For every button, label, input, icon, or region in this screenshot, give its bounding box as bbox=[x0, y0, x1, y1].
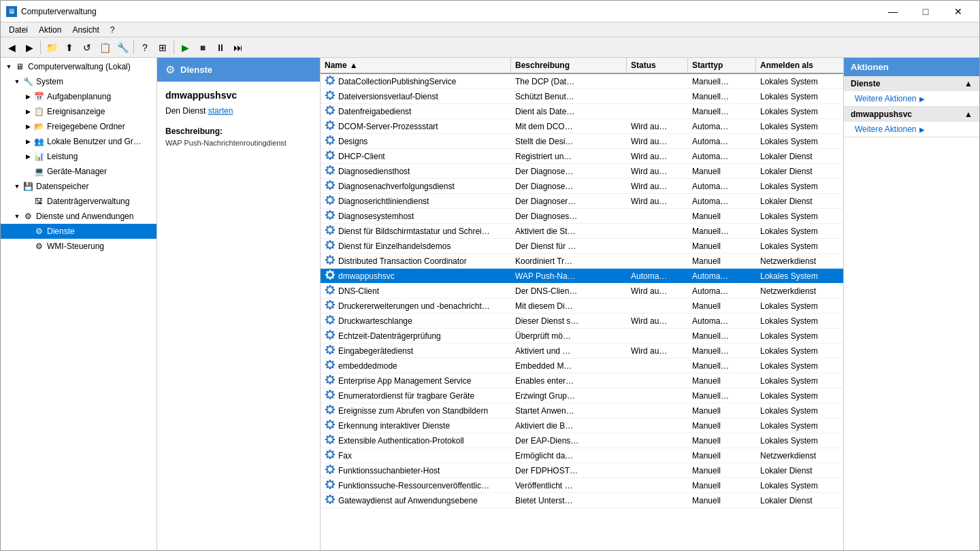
expand-root[interactable]: ▼ bbox=[3, 61, 14, 72]
separator-3 bbox=[174, 41, 174, 54]
sidebar-item-aufgabenplanung[interactable]: ▶ 📅 Aufgabenplanung bbox=[1, 89, 157, 104]
table-row[interactable]: Ereignisse zum Abrufen von StandbildernS… bbox=[321, 403, 843, 418]
sidebar-item-freigegebene-ordner[interactable]: ▶ 📂 Freigegebene Ordner bbox=[1, 119, 157, 134]
back-button[interactable]: ◀ bbox=[3, 39, 20, 56]
table-row[interactable]: DataCollectionPublishingServiceThe DCP (… bbox=[321, 74, 843, 89]
forward-button[interactable]: ▶ bbox=[21, 39, 37, 56]
service-row-status bbox=[627, 499, 688, 502]
minimize-button[interactable]: — bbox=[877, 3, 909, 20]
svg-rect-183 bbox=[333, 349, 335, 350]
properties-button[interactable]: 🔧 bbox=[114, 39, 131, 56]
table-row[interactable]: Enumeratordienst für tragbare GeräteErzw… bbox=[321, 388, 843, 403]
help-button[interactable]: ? bbox=[137, 39, 153, 56]
table-row[interactable]: Echtzeit-DatenträgerprüfungÜberprüft mö…… bbox=[321, 329, 843, 344]
table-row[interactable]: DatenfreigabedienstDient als Date…Manuel… bbox=[321, 104, 843, 119]
menu-aktion[interactable]: Aktion bbox=[33, 24, 67, 36]
table-row[interactable]: DiagnosenachverfolgungsdienstDer Diagnos… bbox=[321, 179, 843, 194]
export-button[interactable]: 📋 bbox=[97, 39, 113, 56]
service-row-desc: Dient als Date… bbox=[511, 105, 627, 118]
service-start-link[interactable]: starten bbox=[208, 106, 233, 116]
sidebar-item-datenspeicher[interactable]: ▼ 💾 Datenspeicher bbox=[1, 179, 157, 194]
expand-erei[interactable]: ▶ bbox=[22, 106, 33, 117]
show-hide-button[interactable]: 📁 bbox=[44, 39, 60, 56]
table-row[interactable]: EingabegerätedienstAktiviert und …Wird a… bbox=[321, 344, 843, 358]
sidebar-item-leistung[interactable]: ▶ 📊 Leistung bbox=[1, 149, 157, 164]
table-row[interactable]: Funktionssuche-Ressourcenveröffentlic…Ve… bbox=[321, 478, 843, 493]
expand-lei[interactable]: ▶ bbox=[22, 151, 33, 162]
expand-dav[interactable]: ▼ bbox=[12, 211, 22, 222]
table-row[interactable]: Dienst für EinzelhandelsdemosDer Dienst … bbox=[321, 239, 843, 254]
table-row[interactable]: Erkennung interaktiver DiensteAktiviert … bbox=[321, 418, 843, 433]
table-row[interactable]: Druckererweiterungen und -benachricht…Mi… bbox=[321, 299, 843, 314]
table-row[interactable]: dmwappushsvcWAP Push-Na…Automa…Automa…Lo… bbox=[321, 269, 843, 284]
sidebar-item-wmi-steuerung[interactable]: ⚙ WMI-Steuerung bbox=[1, 239, 157, 254]
menu-ansicht[interactable]: Ansicht bbox=[67, 24, 104, 36]
sidebar-item-system[interactable]: ▼ 🔧 System bbox=[1, 74, 157, 89]
actions-section-dmwappushsvc-header[interactable]: dmwappushsvc ▲ bbox=[844, 107, 979, 122]
table-row[interactable]: DNS-ClientDer DNS-Clien…Wird au…Automa…N… bbox=[321, 284, 843, 299]
actions-section-dienste-header[interactable]: Dienste ▲ bbox=[844, 76, 979, 91]
close-button[interactable]: ✕ bbox=[943, 3, 974, 20]
up-button[interactable]: ⬆ bbox=[61, 39, 78, 56]
sidebar-dat-label: Datenspeicher bbox=[36, 182, 88, 191]
maximize-button[interactable]: □ bbox=[910, 3, 941, 20]
header-logon[interactable]: Anmelden als bbox=[756, 58, 843, 73]
svg-rect-263 bbox=[333, 469, 335, 470]
service-row-desc: Mit diesem Di… bbox=[511, 300, 627, 312]
header-name[interactable]: Name ▲ bbox=[321, 58, 511, 73]
expand-aufg[interactable]: ▶ bbox=[22, 91, 33, 102]
folder-icon: 📂 bbox=[33, 121, 44, 132]
table-row[interactable]: Gatewaydienst auf AnwendungsebeneBietet … bbox=[321, 493, 843, 508]
actions-item-weitere-aktionen-2[interactable]: Weitere Aktionen ▶ bbox=[844, 122, 979, 137]
table-row[interactable]: Extensible Authentication-ProtokollDer E… bbox=[321, 433, 843, 448]
table-row[interactable]: FaxErmöglicht da…ManuellNetzwerkdienst bbox=[321, 448, 843, 463]
service-row-name-text: Funktionssuche-Ressourcenveröffentlic… bbox=[338, 481, 489, 490]
stop-button[interactable]: ■ bbox=[195, 39, 211, 56]
expand-wmi[interactable] bbox=[22, 241, 33, 252]
menu-help[interactable]: ? bbox=[105, 24, 120, 36]
expand-dienste[interactable] bbox=[22, 226, 33, 237]
table-row[interactable]: DiagnosediensthostDer Diagnose…Wird au…M… bbox=[321, 164, 843, 179]
table-row[interactable]: Enterprise App Management ServiceEnables… bbox=[321, 373, 843, 388]
header-startup[interactable]: Starttyp bbox=[688, 58, 756, 73]
expand-ger[interactable] bbox=[22, 166, 33, 177]
service-row-logon: Lokales System bbox=[756, 390, 843, 402]
expand-dtv[interactable] bbox=[22, 196, 33, 207]
step-button[interactable]: ⏭ bbox=[230, 39, 246, 56]
menu-datei[interactable]: Datei bbox=[3, 24, 33, 36]
play-button[interactable]: ▶ bbox=[177, 39, 193, 56]
actions-item-weitere-aktionen-1[interactable]: Weitere Aktionen ▶ bbox=[844, 91, 979, 106]
service-row-startup: Automa… bbox=[688, 270, 756, 282]
sidebar-item-dienste[interactable]: ⚙ Dienste bbox=[1, 224, 157, 239]
pause-button[interactable]: ⏸ bbox=[212, 39, 229, 56]
table-row[interactable]: DCOM-Server-ProzessstartMit dem DCO…Wird… bbox=[321, 119, 843, 134]
svg-rect-221 bbox=[329, 405, 331, 407]
sidebar-item-geraete-manager[interactable]: 💻 Geräte-Manager bbox=[1, 164, 157, 179]
grid-button[interactable]: ⊞ bbox=[154, 39, 171, 56]
table-row[interactable]: Dateiversionsverlauf-DienstSchützt Benut… bbox=[321, 89, 843, 104]
expand-system[interactable]: ▼ bbox=[12, 76, 22, 87]
refresh-button[interactable]: ↺ bbox=[79, 39, 95, 56]
table-row[interactable]: Funktionssuchanbieter-HostDer FDPHOST…Ma… bbox=[321, 463, 843, 478]
table-row[interactable]: Distributed Transaction CoordinatorKoord… bbox=[321, 254, 843, 269]
sidebar-item-lokale-benutzer[interactable]: ▶ 👥 Lokale Benutzer und Gr… bbox=[1, 134, 157, 149]
table-row[interactable]: DHCP-ClientRegistriert un…Wird au…Automa… bbox=[321, 149, 843, 164]
table-row[interactable]: DiagnosesystemhostDer Diagnoses…ManuellL… bbox=[321, 209, 843, 224]
expand-frei[interactable]: ▶ bbox=[22, 121, 33, 132]
svg-point-239 bbox=[328, 422, 332, 427]
table-row[interactable]: DiagnoserichtliniendienstDer Diagnoser…W… bbox=[321, 194, 843, 209]
header-desc[interactable]: Beschreibung bbox=[511, 58, 627, 73]
sidebar-item-root[interactable]: ▼ 🖥 Computerverwaltung (Lokal) bbox=[1, 59, 157, 74]
service-row-name-text: DHCP-Client bbox=[338, 152, 385, 161]
sidebar-item-ereignisanzeige[interactable]: ▶ 📋 Ereignisanzeige bbox=[1, 104, 157, 119]
table-row[interactable]: DruckwarteschlangeDieser Dienst s…Wird a… bbox=[321, 314, 843, 329]
expand-lok[interactable]: ▶ bbox=[22, 136, 33, 147]
expand-dat[interactable]: ▼ bbox=[12, 181, 22, 192]
table-row[interactable]: DesignsStellt die Desi…Wird au…Automa…Lo… bbox=[321, 134, 843, 149]
header-status[interactable]: Status bbox=[627, 58, 688, 73]
svg-rect-215 bbox=[329, 397, 331, 399]
sidebar-item-datentraegerverwaltung[interactable]: 🖫 Datenträgerverwaltung bbox=[1, 194, 157, 209]
table-row[interactable]: Dienst für Bildschirmtastatur und Schrei… bbox=[321, 224, 843, 239]
table-row[interactable]: embeddedmodeEmbedded M…Manuell…Lokales S… bbox=[321, 358, 843, 373]
sidebar-item-dienste-anwendungen[interactable]: ▼ ⚙ Dienste und Anwendungen bbox=[1, 209, 157, 224]
